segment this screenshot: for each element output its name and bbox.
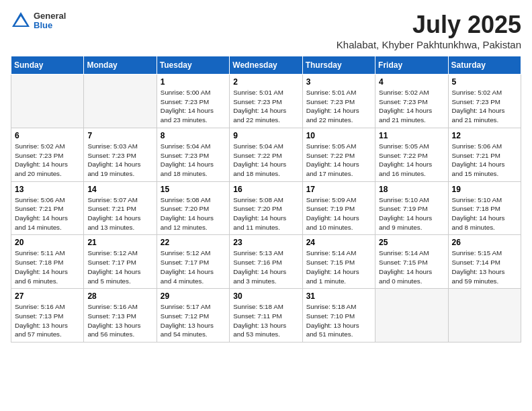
day-number: 4 <box>379 77 444 87</box>
calendar-cell: 4Sunrise: 5:02 AMSunset: 7:23 PMDaylight… <box>375 75 448 128</box>
day-number: 19 <box>452 185 517 194</box>
calendar-header-saturday: Saturday <box>448 56 521 75</box>
day-info: Sunrise: 5:02 AMSunset: 7:23 PMDaylight:… <box>452 88 517 125</box>
day-info: Sunrise: 5:07 AMSunset: 7:21 PMDaylight:… <box>87 195 152 232</box>
title-area: July 2025 Khalabat, Khyber Pakhtunkhwa, … <box>337 11 521 50</box>
calendar-week-1: 1Sunrise: 5:00 AMSunset: 7:23 PMDaylight… <box>11 75 521 128</box>
calendar-header-row: SundayMondayTuesdayWednesdayThursdayFrid… <box>11 56 521 75</box>
day-info: Sunrise: 5:16 AMSunset: 7:13 PMDaylight:… <box>87 302 152 339</box>
day-number: 29 <box>161 291 226 301</box>
day-number: 27 <box>15 291 80 301</box>
calendar-cell: 3Sunrise: 5:01 AMSunset: 7:23 PMDaylight… <box>302 75 375 128</box>
day-info: Sunrise: 5:00 AMSunset: 7:23 PMDaylight:… <box>161 88 226 125</box>
calendar-week-5: 27Sunrise: 5:16 AMSunset: 7:13 PMDayligh… <box>11 289 521 342</box>
calendar-cell: 7Sunrise: 5:03 AMSunset: 7:23 PMDaylight… <box>84 128 157 181</box>
calendar-week-4: 20Sunrise: 5:11 AMSunset: 7:18 PMDayligh… <box>11 235 521 289</box>
calendar-cell: 21Sunrise: 5:12 AMSunset: 7:17 PMDayligh… <box>84 235 157 289</box>
day-number: 11 <box>379 131 444 140</box>
calendar-cell: 2Sunrise: 5:01 AMSunset: 7:23 PMDaylight… <box>230 75 302 128</box>
day-info: Sunrise: 5:09 AMSunset: 7:19 PMDaylight:… <box>306 195 371 232</box>
calendar-cell: 1Sunrise: 5:00 AMSunset: 7:23 PMDaylight… <box>157 75 229 128</box>
calendar-cell: 27Sunrise: 5:16 AMSunset: 7:13 PMDayligh… <box>11 289 84 342</box>
day-info: Sunrise: 5:16 AMSunset: 7:13 PMDaylight:… <box>15 302 80 339</box>
day-info: Sunrise: 5:05 AMSunset: 7:22 PMDaylight:… <box>306 142 371 179</box>
calendar-cell: 23Sunrise: 5:13 AMSunset: 7:16 PMDayligh… <box>230 235 302 289</box>
month-title: July 2025 <box>337 11 521 39</box>
day-number: 18 <box>379 185 444 194</box>
day-number: 9 <box>233 131 298 140</box>
day-number: 16 <box>233 185 298 194</box>
calendar-header-friday: Friday <box>375 56 448 75</box>
calendar-cell: 16Sunrise: 5:08 AMSunset: 7:20 PMDayligh… <box>230 181 302 235</box>
day-number: 6 <box>15 131 80 140</box>
day-number: 17 <box>306 185 371 194</box>
day-number: 25 <box>379 238 444 247</box>
day-info: Sunrise: 5:18 AMSunset: 7:11 PMDaylight:… <box>233 302 298 339</box>
calendar-cell: 28Sunrise: 5:16 AMSunset: 7:13 PMDayligh… <box>84 289 157 342</box>
calendar-cell: 10Sunrise: 5:05 AMSunset: 7:22 PMDayligh… <box>302 128 375 181</box>
day-info: Sunrise: 5:12 AMSunset: 7:17 PMDaylight:… <box>161 248 226 285</box>
day-info: Sunrise: 5:11 AMSunset: 7:18 PMDaylight:… <box>15 248 80 285</box>
calendar-cell <box>84 75 157 128</box>
calendar-cell: 30Sunrise: 5:18 AMSunset: 7:11 PMDayligh… <box>230 289 302 342</box>
page-header: General Blue July 2025 Khalabat, Khyber … <box>11 11 521 50</box>
logo-icon <box>11 11 31 31</box>
calendar-cell: 9Sunrise: 5:04 AMSunset: 7:22 PMDaylight… <box>230 128 302 181</box>
logo-text: General Blue <box>34 11 66 31</box>
day-number: 31 <box>306 291 371 301</box>
calendar-cell: 24Sunrise: 5:14 AMSunset: 7:15 PMDayligh… <box>302 235 375 289</box>
day-info: Sunrise: 5:14 AMSunset: 7:15 PMDaylight:… <box>306 248 371 285</box>
logo: General Blue <box>11 11 66 31</box>
day-info: Sunrise: 5:08 AMSunset: 7:20 PMDaylight:… <box>233 195 298 232</box>
calendar-cell <box>11 75 84 128</box>
calendar-table: SundayMondayTuesdayWednesdayThursdayFrid… <box>11 56 521 342</box>
logo-general: General <box>34 11 66 21</box>
day-number: 30 <box>233 291 298 301</box>
calendar-cell: 8Sunrise: 5:04 AMSunset: 7:23 PMDaylight… <box>157 128 229 181</box>
day-number: 26 <box>452 238 517 247</box>
day-number: 14 <box>87 185 152 194</box>
day-number: 22 <box>161 238 226 247</box>
calendar-cell: 11Sunrise: 5:05 AMSunset: 7:22 PMDayligh… <box>375 128 448 181</box>
day-info: Sunrise: 5:02 AMSunset: 7:23 PMDaylight:… <box>15 142 80 179</box>
calendar-cell: 26Sunrise: 5:15 AMSunset: 7:14 PMDayligh… <box>448 235 521 289</box>
day-info: Sunrise: 5:10 AMSunset: 7:18 PMDaylight:… <box>452 195 517 232</box>
day-info: Sunrise: 5:05 AMSunset: 7:22 PMDaylight:… <box>379 142 444 179</box>
calendar-cell: 29Sunrise: 5:17 AMSunset: 7:12 PMDayligh… <box>157 289 229 342</box>
day-info: Sunrise: 5:14 AMSunset: 7:15 PMDaylight:… <box>379 248 444 285</box>
day-info: Sunrise: 5:01 AMSunset: 7:23 PMDaylight:… <box>306 88 371 125</box>
day-info: Sunrise: 5:08 AMSunset: 7:20 PMDaylight:… <box>161 195 226 232</box>
day-number: 5 <box>452 77 517 87</box>
day-number: 8 <box>161 131 226 140</box>
day-number: 13 <box>15 185 80 194</box>
day-info: Sunrise: 5:17 AMSunset: 7:12 PMDaylight:… <box>161 302 226 339</box>
day-number: 21 <box>87 238 152 247</box>
day-info: Sunrise: 5:06 AMSunset: 7:21 PMDaylight:… <box>452 142 517 179</box>
day-number: 23 <box>233 238 298 247</box>
calendar-cell: 14Sunrise: 5:07 AMSunset: 7:21 PMDayligh… <box>84 181 157 235</box>
day-number: 28 <box>87 291 152 301</box>
day-number: 12 <box>452 131 517 140</box>
day-number: 7 <box>87 131 152 140</box>
calendar-cell <box>448 289 521 342</box>
day-number: 1 <box>161 77 226 87</box>
day-number: 15 <box>161 185 226 194</box>
day-info: Sunrise: 5:03 AMSunset: 7:23 PMDaylight:… <box>87 142 152 179</box>
calendar-cell: 6Sunrise: 5:02 AMSunset: 7:23 PMDaylight… <box>11 128 84 181</box>
calendar-header-wednesday: Wednesday <box>230 56 302 75</box>
day-info: Sunrise: 5:04 AMSunset: 7:23 PMDaylight:… <box>161 142 226 179</box>
day-info: Sunrise: 5:06 AMSunset: 7:21 PMDaylight:… <box>15 195 80 232</box>
calendar-cell: 25Sunrise: 5:14 AMSunset: 7:15 PMDayligh… <box>375 235 448 289</box>
day-number: 2 <box>233 77 298 87</box>
calendar-cell: 15Sunrise: 5:08 AMSunset: 7:20 PMDayligh… <box>157 181 229 235</box>
day-info: Sunrise: 5:12 AMSunset: 7:17 PMDaylight:… <box>87 248 152 285</box>
calendar-cell: 31Sunrise: 5:18 AMSunset: 7:10 PMDayligh… <box>302 289 375 342</box>
calendar-cell: 13Sunrise: 5:06 AMSunset: 7:21 PMDayligh… <box>11 181 84 235</box>
calendar-header-sunday: Sunday <box>11 56 84 75</box>
day-info: Sunrise: 5:15 AMSunset: 7:14 PMDaylight:… <box>452 248 517 285</box>
logo-blue: Blue <box>34 21 66 30</box>
calendar-cell: 17Sunrise: 5:09 AMSunset: 7:19 PMDayligh… <box>302 181 375 235</box>
day-number: 24 <box>306 238 371 247</box>
calendar-week-2: 6Sunrise: 5:02 AMSunset: 7:23 PMDaylight… <box>11 128 521 181</box>
day-info: Sunrise: 5:02 AMSunset: 7:23 PMDaylight:… <box>379 88 444 125</box>
